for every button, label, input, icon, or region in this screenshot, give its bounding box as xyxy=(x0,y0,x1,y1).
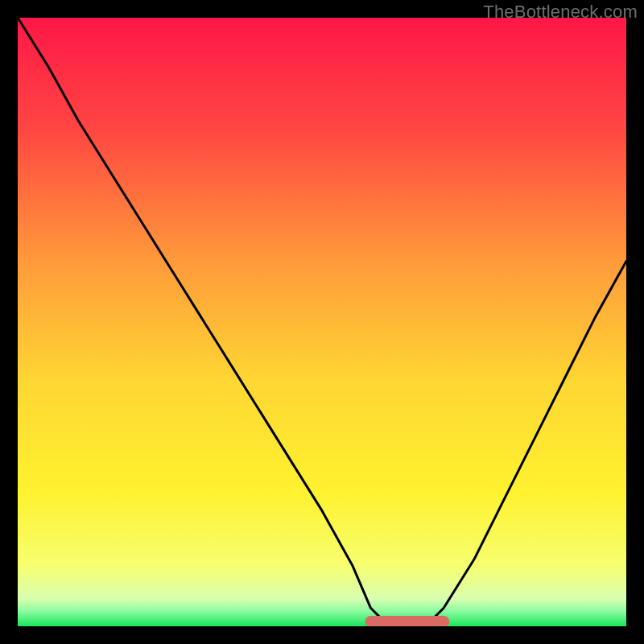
bottleneck-curve xyxy=(18,18,626,626)
chart-frame: TheBottleneck.com xyxy=(0,0,644,644)
attribution-text: TheBottleneck.com xyxy=(483,2,638,23)
curve-layer xyxy=(18,18,626,626)
plot-area xyxy=(18,18,626,626)
